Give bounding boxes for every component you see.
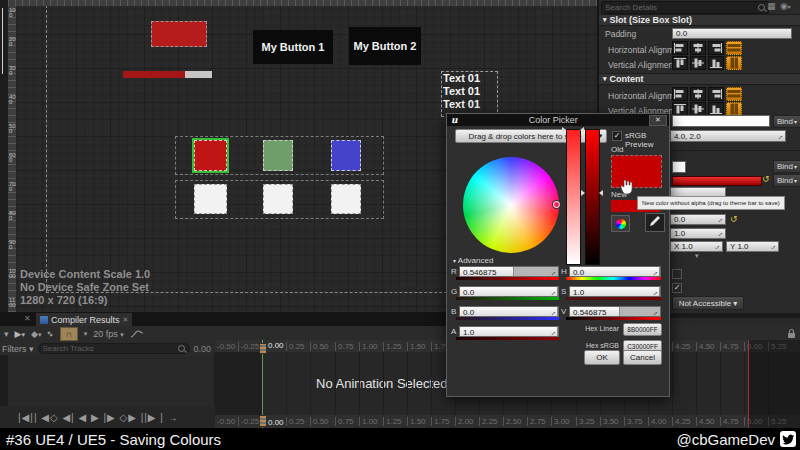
saturation-slider[interactable] [566, 129, 581, 265]
swatch-blue[interactable] [331, 140, 361, 171]
color-swatch-red-tint[interactable] [672, 176, 762, 186]
alpha-input[interactable]: 0.0↔ [670, 214, 726, 225]
align-left-icon[interactable] [672, 41, 688, 55]
align-bottom-icon[interactable] [708, 56, 724, 70]
color-swatch-white[interactable] [672, 161, 686, 173]
ok-button[interactable]: OK [584, 350, 620, 365]
chevron-down-icon[interactable]: ▾ [84, 330, 88, 338]
channel-input-V[interactable]: 0.546875↔ [569, 306, 661, 317]
align-top-icon[interactable] [672, 102, 688, 116]
color-picker-dialog[interactable]: u Color Picker ✕ Drag & drop colors here… [446, 113, 670, 397]
tab-compiler-results[interactable]: Compiler Results ✕ [36, 313, 132, 326]
channel-input-A[interactable]: 1.0↔ [459, 326, 559, 337]
padding-input[interactable]: 0.0 [672, 28, 792, 39]
progressbar-widget[interactable] [123, 71, 212, 78]
scale-input[interactable]: 1.0↔ [670, 228, 726, 239]
align-top-icon[interactable] [672, 56, 688, 70]
slider-handle-right[interactable] [599, 190, 603, 196]
reset-to-default-icon[interactable]: ↺ [730, 215, 738, 224]
keyframe-button[interactable]: ◆▾ [31, 329, 41, 339]
align-fill-icon[interactable] [726, 87, 742, 101]
align-fill-icon[interactable] [726, 102, 742, 116]
channel-input-B[interactable]: 0.0↔ [459, 306, 559, 317]
not-accessible-dropdown[interactable]: Not Accessible ▾ [672, 296, 744, 310]
slider-handle-left[interactable] [562, 127, 566, 133]
playhead-handle-bottom[interactable] [259, 415, 267, 427]
section-content[interactable]: ▾ Content [599, 73, 800, 85]
swatch-white-2[interactable] [263, 184, 293, 214]
x-input[interactable]: X 1.0↔ [670, 241, 723, 252]
align-fill-icon[interactable] [726, 41, 742, 55]
slider-handle-left[interactable] [581, 190, 585, 196]
checkbox-checked[interactable]: ✓ [672, 283, 682, 293]
image-widget-red[interactable] [151, 21, 207, 47]
align-right-icon[interactable] [708, 41, 724, 55]
search-details-input[interactable]: Search Details [601, 1, 769, 14]
textblock-widget[interactable]: Text 01 Text 01 Text 01 [441, 71, 498, 117]
eyedropper-button[interactable] [645, 213, 665, 232]
lock-icon[interactable] [787, 328, 796, 339]
swatch-red-selected[interactable] [194, 140, 227, 171]
color-themes-button[interactable] [611, 215, 630, 232]
bind-button[interactable]: Bind▾ [773, 160, 800, 173]
y-input[interactable]: Y 1.0↔ [726, 241, 779, 252]
channel-input-H[interactable]: 0.0↔ [569, 266, 661, 277]
close-icon[interactable]: ✕ [24, 314, 31, 323]
v-align-buttons-content[interactable] [672, 102, 742, 116]
swatch-white-1[interactable] [194, 184, 227, 214]
checkbox-unchecked[interactable] [672, 269, 682, 279]
expand-arrow-icon[interactable]: ▾ [695, 252, 699, 260]
record-toggle[interactable]: ∩ [60, 327, 78, 341]
h-align-buttons-slot[interactable] [672, 41, 742, 55]
timeline-ruler-bottom[interactable]: -0.50-0.250.250.500.751.001.251.501.752.… [215, 415, 800, 428]
reset-to-default-icon[interactable]: ↺ [762, 175, 770, 184]
align-left-icon[interactable] [672, 87, 688, 101]
curve-editor-icon[interactable] [130, 329, 144, 339]
cancel-button[interactable]: Cancel [623, 350, 662, 365]
align-right-icon[interactable] [708, 87, 724, 101]
transport-buttons[interactable]: |◀|| ◀◇ ◀| ◀ ▶ |▶ ◇▶ ||▶ | → [18, 412, 179, 423]
srgb-checkbox[interactable]: ✓ [612, 131, 622, 141]
align-middle-icon[interactable] [690, 56, 706, 70]
button-widget-1[interactable]: My Button 1 [253, 30, 333, 64]
channel-input-R[interactable]: 0.546875↔ [459, 266, 559, 277]
section-slot[interactable]: ▾ Slot (Size Box Slot) [599, 14, 800, 26]
slider-handle-right[interactable] [580, 127, 584, 133]
hex-linear-input[interactable]: 8B0000FF [623, 323, 662, 336]
font-size-input[interactable]: 4.0, 2.0↔ [670, 130, 786, 142]
advanced-expander[interactable]: ▾ Advanced [453, 256, 493, 265]
h-align-buttons-content[interactable] [672, 87, 742, 101]
align-middle-icon[interactable] [690, 102, 706, 116]
swatch-green[interactable] [263, 140, 293, 171]
channel-input-S[interactable]: 1.0↔ [569, 286, 661, 297]
button-widget-2[interactable]: My Button 2 [349, 27, 421, 65]
filters-dropdown[interactable]: Filters ▾ [2, 344, 34, 354]
bind-button[interactable]: Bind▾ [773, 174, 800, 187]
eye-filter-icon[interactable]: ◉▾ [780, 1, 791, 11]
color-wheel[interactable] [463, 157, 559, 253]
autokey-icon[interactable]: ▪▪ [45, 328, 57, 340]
end-marker-line[interactable] [748, 340, 749, 428]
dialog-title-bar[interactable]: u Color Picker ✕ [447, 114, 669, 126]
bind-button[interactable]: Bind▾ [773, 115, 800, 128]
swatch-white-3[interactable] [331, 184, 361, 214]
channel-input-G[interactable]: 0.0↔ [459, 286, 559, 297]
close-icon[interactable]: ✕ [649, 115, 667, 126]
fps-dropdown[interactable]: 20 fps ▾ [93, 329, 124, 339]
align-center-icon[interactable] [690, 41, 706, 55]
chevron-down-icon[interactable]: ▾ [4, 329, 9, 339]
wheel-selector[interactable] [553, 201, 560, 208]
column-view-icon[interactable]: ▦ [767, 1, 776, 11]
transport-controls[interactable]: |◀|| ◀◇ ◀| ◀ ▶ |▶ ◇▶ ||▶ | → [0, 406, 215, 428]
align-fill-icon[interactable] [726, 56, 742, 70]
playhead-handle-top[interactable] [259, 343, 267, 354]
value-slider[interactable] [585, 129, 600, 265]
play-button[interactable]: ▶▾ [15, 329, 25, 339]
close-icon[interactable]: ✕ [123, 316, 129, 324]
old-color-swatch[interactable] [611, 155, 662, 188]
align-bottom-icon[interactable] [708, 102, 724, 116]
search-tracks-input[interactable]: Search Tracks [38, 343, 190, 354]
text-value-input[interactable] [672, 115, 770, 127]
v-align-buttons-slot[interactable] [672, 56, 742, 70]
align-center-icon[interactable] [690, 87, 706, 101]
